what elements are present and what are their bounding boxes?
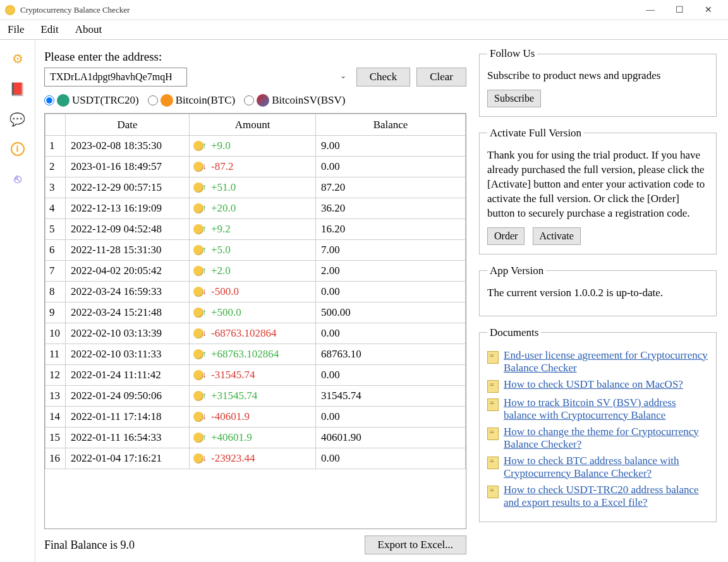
gear-icon[interactable]: ⚙ xyxy=(10,51,25,66)
table-row[interactable]: 102022-02-10 03:13:39↓-68763.1028640.00 xyxy=(46,323,466,344)
row-amount: ↓-23923.44 xyxy=(190,448,316,469)
row-amount: ↑+40601.9 xyxy=(190,427,316,448)
document-icon xyxy=(487,457,499,469)
document-link[interactable]: How to track Bitcoin SV (BSV) address ba… xyxy=(504,397,708,422)
row-amount: ↑+9.0 xyxy=(190,136,316,157)
table-row[interactable]: 132022-01-24 09:50:06↑+31545.7431545.74 xyxy=(46,386,466,407)
row-date: 2022-01-24 11:11:42 xyxy=(66,365,190,386)
address-input[interactable] xyxy=(44,68,187,87)
btc-icon xyxy=(161,94,173,107)
radio-bsv-label: BitcoinSV(BSV) xyxy=(272,94,345,107)
row-amount: ↓-500.0 xyxy=(190,282,316,302)
document-link[interactable]: How to check BTC address balance with Cr… xyxy=(504,455,708,480)
activate-legend: Activate Full Version xyxy=(487,127,584,140)
notebook-icon[interactable]: 📕 xyxy=(10,81,25,97)
version-box: App Version The current version 1.0.0.2 … xyxy=(479,265,717,316)
amount-value: +31545.74 xyxy=(211,390,257,402)
row-date: 2022-12-09 04:52:48 xyxy=(66,219,190,240)
amount-value: +500.0 xyxy=(211,306,241,318)
row-date: 2022-02-10 03:11:33 xyxy=(66,344,190,365)
col-date: Date xyxy=(66,114,190,136)
exit-icon[interactable]: ⎋ xyxy=(10,171,25,186)
row-amount: ↓-87.2 xyxy=(190,157,316,177)
address-prompt: Please enter the address: xyxy=(44,50,466,64)
subscribe-button[interactable]: Subscribe xyxy=(487,90,541,107)
row-index: 14 xyxy=(46,407,66,427)
table-row[interactable]: 72022-04-02 20:05:42↑+2.02.00 xyxy=(46,261,466,282)
export-button[interactable]: Export to Excel... xyxy=(365,535,466,554)
sidebar: ⚙ 📕 💬 i ⎋ xyxy=(0,40,35,562)
activate-text: Thank you for using the trial product. I… xyxy=(487,148,708,221)
check-button[interactable]: Check xyxy=(356,68,410,87)
row-balance: 40601.90 xyxy=(316,427,466,448)
row-amount: ↑+68763.102864 xyxy=(190,344,316,365)
col-balance: Balance xyxy=(316,114,466,136)
maximize-icon[interactable]: ☐ xyxy=(665,1,694,20)
radio-bsv[interactable]: BitcoinSV(BSV) xyxy=(244,94,345,107)
table-row[interactable]: 42022-12-13 16:19:09↑+20.036.20 xyxy=(46,198,466,219)
table-row[interactable]: 52022-12-09 04:52:48↑+9.216.20 xyxy=(46,219,466,240)
close-icon[interactable]: ✕ xyxy=(694,1,723,20)
transactions-table-wrap: Date Amount Balance 12023-02-08 18:35:30… xyxy=(44,113,466,529)
document-link[interactable]: How to check USDT balance on MacOS? xyxy=(504,378,683,391)
document-item: How to track Bitcoin SV (BSV) address ba… xyxy=(487,397,708,422)
document-link[interactable]: How to change the theme for Cryptocurren… xyxy=(504,426,708,451)
order-button[interactable]: Order xyxy=(487,227,525,245)
table-row[interactable]: 32022-12-29 00:57:15↑+51.087.20 xyxy=(46,177,466,198)
table-row[interactable]: 62022-11-28 15:31:30↑+5.07.00 xyxy=(46,240,466,261)
table-row[interactable]: 162022-01-04 17:16:21↓-23923.440.00 xyxy=(46,448,466,469)
amount-value: -31545.74 xyxy=(211,369,255,381)
minimize-icon[interactable]: — xyxy=(636,1,665,20)
chat-icon[interactable]: 💬 xyxy=(10,112,25,127)
row-amount: ↑+500.0 xyxy=(190,302,316,323)
coin-radios: USDT(TRC20) Bitcoin(BTC) BitcoinSV(BSV) xyxy=(44,94,466,107)
menu-about[interactable]: About xyxy=(73,22,105,37)
documents-box: Documents End-user license agreement for… xyxy=(479,326,717,522)
row-index: 4 xyxy=(46,198,66,219)
menu-edit[interactable]: Edit xyxy=(38,22,61,37)
table-row[interactable]: 142022-01-11 17:14:18↓-40601.90.00 xyxy=(46,407,466,427)
table-row[interactable]: 152022-01-11 16:54:33↑+40601.940601.90 xyxy=(46,427,466,448)
row-balance: 0.00 xyxy=(316,323,466,344)
table-row[interactable]: 112022-02-10 03:11:33↑+68763.10286468763… xyxy=(46,344,466,365)
info-icon[interactable]: i xyxy=(11,142,25,156)
table-row[interactable]: 22023-01-16 18:49:57↓-87.20.00 xyxy=(46,157,466,177)
row-date: 2022-02-10 03:13:39 xyxy=(66,323,190,344)
row-amount: ↑+2.0 xyxy=(190,261,316,282)
arrow-up-icon: ↑ xyxy=(202,203,207,213)
arrow-down-icon: ↓ xyxy=(202,328,207,338)
radio-usdt[interactable]: USDT(TRC20) xyxy=(44,94,139,107)
activate-button[interactable]: Activate xyxy=(533,227,581,245)
radio-usdt-input[interactable] xyxy=(44,95,54,105)
row-date: 2022-03-24 15:21:48 xyxy=(66,302,190,323)
document-link[interactable]: End-user license agreement for Cryptocur… xyxy=(504,349,708,374)
col-amount: Amount xyxy=(190,114,316,136)
row-date: 2022-03-24 16:59:33 xyxy=(66,282,190,302)
transactions-table[interactable]: Date Amount Balance 12023-02-08 18:35:30… xyxy=(45,114,466,529)
row-amount: ↑+9.2 xyxy=(190,219,316,240)
row-index: 2 xyxy=(46,157,66,177)
app-icon xyxy=(5,5,15,15)
row-date: 2023-01-16 18:49:57 xyxy=(66,157,190,177)
menu-file[interactable]: File xyxy=(5,22,27,37)
table-row[interactable]: 12023-02-08 18:35:30↑+9.09.00 xyxy=(46,136,466,157)
row-amount: ↑+31545.74 xyxy=(190,386,316,407)
row-balance: 16.20 xyxy=(316,219,466,240)
radio-btc-input[interactable] xyxy=(148,95,158,105)
radio-btc[interactable]: Bitcoin(BTC) xyxy=(148,94,235,107)
table-row[interactable]: 82022-03-24 16:59:33↓-500.00.00 xyxy=(46,282,466,302)
row-balance: 500.00 xyxy=(316,302,466,323)
arrow-down-icon: ↓ xyxy=(202,370,207,380)
clear-button[interactable]: Clear xyxy=(416,68,466,87)
row-date: 2022-01-04 17:16:21 xyxy=(66,448,190,469)
table-row[interactable]: 92022-03-24 15:21:48↑+500.0500.00 xyxy=(46,302,466,323)
row-date: 2022-12-13 16:19:09 xyxy=(66,198,190,219)
amount-value: +9.2 xyxy=(211,223,231,235)
document-link[interactable]: How to check USDT-TRC20 address balance … xyxy=(504,484,708,509)
table-row[interactable]: 122022-01-24 11:11:42↓-31545.740.00 xyxy=(46,365,466,386)
version-text: The current version 1.0.0.2 is up-to-dat… xyxy=(487,286,708,301)
document-icon xyxy=(487,486,499,498)
amount-value: -87.2 xyxy=(211,160,233,172)
chevron-down-icon[interactable]: ⌄ xyxy=(340,71,346,81)
radio-bsv-input[interactable] xyxy=(244,95,254,105)
